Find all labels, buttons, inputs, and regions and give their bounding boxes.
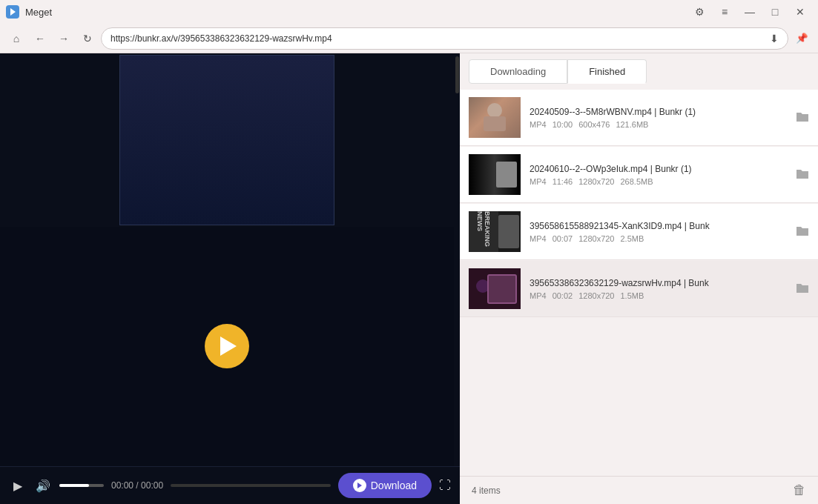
titlebar: Meget ⚙ ≡ — □ ✕ [0, 0, 818, 24]
video-controls: ▶ 🔊 00:00 / 00:00 Download ⛶ [0, 466, 460, 504]
volume-slider[interactable] [59, 484, 104, 487]
app-title: Meget [25, 7, 687, 18]
window-controls: ⚙ ≡ — □ ✕ [687, 0, 812, 24]
download-meta: MP4 00:07 1280x720 2.5MB [530, 234, 787, 243]
url-bar[interactable]: https://bunkr.ax/v/395653386323632129-wa… [101, 27, 788, 50]
download-item[interactable]: 20240610--2--OWp3eIuk.mp4 | Bunkr (1) MP… [460, 147, 818, 203]
downloads-panel: Downloading Finished 20240509--3--5M8rWB… [460, 53, 818, 504]
download-thumbnail [469, 154, 521, 195]
svg-marker-0 [10, 8, 16, 16]
download-meta: MP4 00:02 1280x720 1.5MB [530, 291, 787, 300]
main-content: ▶ 🔊 00:00 / 00:00 Download ⛶ Downloading [0, 53, 818, 504]
app-logo [6, 5, 19, 19]
maximize-button[interactable]: □ [763, 0, 787, 24]
progress-bar[interactable] [171, 484, 331, 487]
pin-button[interactable]: 📌 [791, 28, 812, 49]
download-info: 395653386323632129-wazsrwHv.mp4 | Bunk M… [530, 278, 787, 300]
download-thumbnail [469, 97, 521, 138]
download-btn-icon [353, 479, 366, 492]
folder-icon[interactable] [796, 282, 809, 296]
forward-button[interactable]: → [53, 28, 74, 49]
download-item[interactable]: BREAKING NEWS 395658615588921345-XanK3ID… [460, 204, 818, 260]
status-bar: 4 items 🗑 [460, 476, 818, 504]
download-name: 20240509--3--5M8rWBNV.mp4 | Bunkr (1) [530, 107, 787, 117]
items-count: 4 items [472, 485, 501, 496]
close-button[interactable]: ✕ [788, 0, 812, 24]
fullscreen-button[interactable]: ⛶ [439, 479, 451, 492]
download-info: 20240610--2--OWp3eIuk.mp4 | Bunkr (1) MP… [530, 164, 787, 186]
tab-finished[interactable]: Finished [567, 59, 647, 84]
play-overlay-button[interactable] [205, 324, 249, 368]
download-thumbnail [469, 268, 521, 309]
download-meta: MP4 10:00 600x476 121.6MB [530, 120, 787, 129]
download-item[interactable]: 20240509--3--5M8rWBNV.mp4 | Bunkr (1) MP… [460, 90, 818, 146]
svg-marker-1 [357, 483, 362, 488]
download-info: 20240509--3--5M8rWBNV.mp4 | Bunkr (1) MP… [530, 107, 787, 129]
folder-icon[interactable] [796, 168, 809, 182]
video-panel: ▶ 🔊 00:00 / 00:00 Download ⛶ [0, 53, 460, 504]
back-button[interactable]: ← [30, 28, 50, 49]
url-text: https://bunkr.ax/v/395653386323632129-wa… [111, 33, 765, 44]
url-download-icon[interactable]: ⬇ [770, 33, 779, 44]
download-name: 20240610--2--OWp3eIuk.mp4 | Bunkr (1) [530, 164, 787, 174]
download-list: 20240509--3--5M8rWBNV.mp4 | Bunkr (1) MP… [460, 84, 818, 476]
volume-button[interactable]: 🔊 [34, 477, 52, 494]
folder-icon[interactable] [796, 110, 809, 125]
refresh-button[interactable]: ↻ [77, 28, 98, 49]
download-name: 395653386323632129-wazsrwHv.mp4 | Bunk [530, 278, 787, 288]
folder-icon[interactable] [796, 225, 809, 239]
home-button[interactable]: ⌂ [6, 28, 27, 49]
download-button[interactable]: Download [338, 473, 432, 498]
play-button[interactable]: ▶ [9, 477, 27, 494]
minimize-button[interactable]: — [738, 0, 762, 24]
trash-button[interactable]: 🗑 [793, 483, 806, 498]
download-meta: MP4 11:46 1280x720 268.5MB [530, 177, 787, 186]
tabs-container: Downloading Finished [460, 53, 818, 84]
tab-downloading[interactable]: Downloading [469, 59, 567, 84]
menu-button[interactable]: ≡ [713, 0, 736, 24]
download-info: 395658615588921345-XanK3ID9.mp4 | Bunk M… [530, 221, 787, 243]
settings-button[interactable]: ⚙ [687, 0, 711, 24]
download-item[interactable]: 395653386323632129-wazsrwHv.mp4 | Bunk M… [460, 261, 818, 317]
download-name: 395658615588921345-XanK3ID9.mp4 | Bunk [530, 221, 787, 231]
navbar: ⌂ ← → ↻ https://bunkr.ax/v/3956533863236… [0, 24, 818, 53]
download-thumbnail: BREAKING NEWS [469, 211, 521, 252]
time-display: 00:00 / 00:00 [111, 480, 163, 491]
